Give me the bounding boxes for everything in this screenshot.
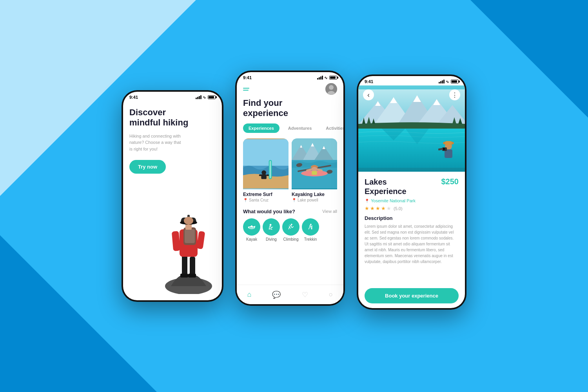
svg-rect-72 xyxy=(445,141,452,145)
svg-rect-9 xyxy=(185,229,195,243)
nav-search[interactable]: ○ xyxy=(329,290,333,299)
nav-heart[interactable]: ♡ xyxy=(302,290,308,299)
status-icons-3: ∿ xyxy=(439,80,459,84)
wifi-icon-1: ∿ xyxy=(203,95,206,100)
star-2: ★ xyxy=(370,205,375,211)
signal-icon-2 xyxy=(317,76,323,80)
wifi-icon-3: ∿ xyxy=(446,80,449,84)
explore-title: Find yourexperience xyxy=(237,98,343,119)
time-3: 9:41 xyxy=(365,79,373,84)
hiker-svg xyxy=(163,157,214,294)
rating-row: ★ ★ ★ ★ ★ (5.0) xyxy=(365,205,459,211)
phone-onboarding: 9:41 ∿ Discover xyxy=(122,90,223,302)
back-button[interactable]: ‹ xyxy=(363,89,374,100)
trekking-icon-circle xyxy=(302,218,319,236)
time-1: 9:41 xyxy=(129,95,138,100)
kayak-card-location: 📍 Lake powell xyxy=(292,198,337,202)
wifi-icon-2: ∿ xyxy=(324,76,327,80)
nav-chat[interactable]: 💬 xyxy=(272,290,281,299)
location-pin-kayak: 📍 xyxy=(292,198,296,202)
svg-point-47 xyxy=(291,224,292,225)
activity-trekking[interactable]: Trekkin xyxy=(302,218,319,241)
trekking-label: Trekkin xyxy=(304,237,317,241)
climbing-label: Climbing xyxy=(283,237,299,241)
surf-image xyxy=(243,138,289,189)
svg-point-17 xyxy=(329,85,334,90)
book-button[interactable]: Book your experience xyxy=(365,288,459,303)
diving-label: Diving xyxy=(266,237,277,241)
surf-card-location: 📍 Santa Cruz xyxy=(243,198,289,202)
back-icon: ‹ xyxy=(367,91,370,99)
svg-rect-40 xyxy=(312,171,317,175)
experience-cards: Extreme Surf 📍 Santa Cruz xyxy=(237,138,343,203)
description-body: Lorem ipsum dolor sit amet, consectetur … xyxy=(365,223,459,265)
activity-diving[interactable]: Diving xyxy=(263,218,280,241)
tab-experiences[interactable]: Experiences xyxy=(243,123,279,133)
signal-icon-1 xyxy=(196,95,201,99)
status-bar-1: 9:41 ∿ xyxy=(123,92,222,101)
lake-scene-svg xyxy=(358,85,465,172)
phone-detail: 9:41 ∿ xyxy=(357,74,466,310)
svg-rect-23 xyxy=(259,174,262,176)
surf-card-label: Extreme Surf 📍 Santa Cruz xyxy=(243,189,289,203)
kayak-card[interactable]: Kayaking Lake 📍 Lake powell xyxy=(292,138,337,203)
user-avatar[interactable] xyxy=(325,83,337,95)
onboarding-title: Discover mindful hiking xyxy=(129,107,216,128)
status-bar-2: 9:41 ∿ xyxy=(237,72,343,82)
svg-rect-26 xyxy=(270,161,271,178)
try-now-button[interactable]: Try now xyxy=(129,160,166,174)
star-4: ★ xyxy=(381,205,386,211)
kayak-image xyxy=(292,138,337,189)
hiker-figure xyxy=(163,157,222,298)
bottom-nav: ⌂ 💬 ♡ ○ xyxy=(237,285,343,304)
svg-point-21 xyxy=(261,170,266,175)
status-bar-3: 9:41 ∿ xyxy=(358,76,465,85)
surf-card[interactable]: Extreme Surf 📍 Santa Cruz xyxy=(243,138,289,203)
phone-explore: 9:41 ∿ xyxy=(235,71,345,306)
battery-icon-2 xyxy=(329,76,337,80)
kayak-card-title: Kayaking Lake xyxy=(292,192,337,197)
svg-rect-7 xyxy=(196,231,205,249)
activities-section-header: What would you like? View all xyxy=(237,209,343,214)
detail-location: 📍 Yosemite National Park xyxy=(365,198,459,203)
battery-icon-3 xyxy=(451,80,459,83)
hamburger-line-1 xyxy=(243,88,249,89)
detail-content: Lakes Experience $250 📍 Yosemite Nationa… xyxy=(358,172,465,308)
activity-kayak[interactable]: Kayak xyxy=(243,218,260,241)
bg-shape-topright xyxy=(470,0,588,118)
tab-activities[interactable]: Activities xyxy=(320,123,343,133)
menu-button[interactable] xyxy=(243,88,249,91)
onboarding-subtitle: Hiking and connecting with nature? Choos… xyxy=(129,133,184,152)
status-icons-2: ∿ xyxy=(317,76,337,80)
svg-point-49 xyxy=(310,224,312,225)
svg-rect-1 xyxy=(182,255,187,276)
experience-price: $250 xyxy=(441,177,459,186)
activities-list: Kayak Diving xyxy=(237,218,343,241)
phones-container: 9:41 ∿ Discover xyxy=(122,78,466,314)
svg-point-15 xyxy=(184,217,193,225)
activity-climbing[interactable]: Climbing xyxy=(282,218,299,241)
kayak-label: Kayak xyxy=(246,237,257,241)
rating-value: (5.0) xyxy=(394,206,403,211)
svg-rect-19 xyxy=(243,139,289,169)
category-tabs: Experiences Adventures Activities xyxy=(237,123,343,133)
detail-title-row: Lakes Experience $250 xyxy=(365,177,459,196)
star-1: ★ xyxy=(365,205,369,211)
svg-rect-6 xyxy=(172,231,180,251)
svg-rect-4 xyxy=(188,274,196,278)
tab-adventures[interactable]: Adventures xyxy=(283,123,318,133)
more-button[interactable]: ⋮ xyxy=(449,89,460,100)
onboarding-content: Discover mindful hiking Hiking and conne… xyxy=(123,101,222,298)
time-2: 9:41 xyxy=(243,75,252,80)
battery-icon-1 xyxy=(208,95,216,99)
svg-point-46 xyxy=(270,224,272,226)
svg-rect-3 xyxy=(180,274,188,278)
view-all-link[interactable]: View all xyxy=(322,209,337,214)
location-pin-icon: 📍 xyxy=(365,199,369,203)
explore-header xyxy=(237,82,343,98)
nav-home[interactable]: ⌂ xyxy=(247,290,252,299)
star-3: ★ xyxy=(376,205,380,211)
more-icon: ⋮ xyxy=(452,91,458,99)
kayak-icon-circle xyxy=(243,218,260,236)
hamburger-line-2 xyxy=(243,90,249,91)
